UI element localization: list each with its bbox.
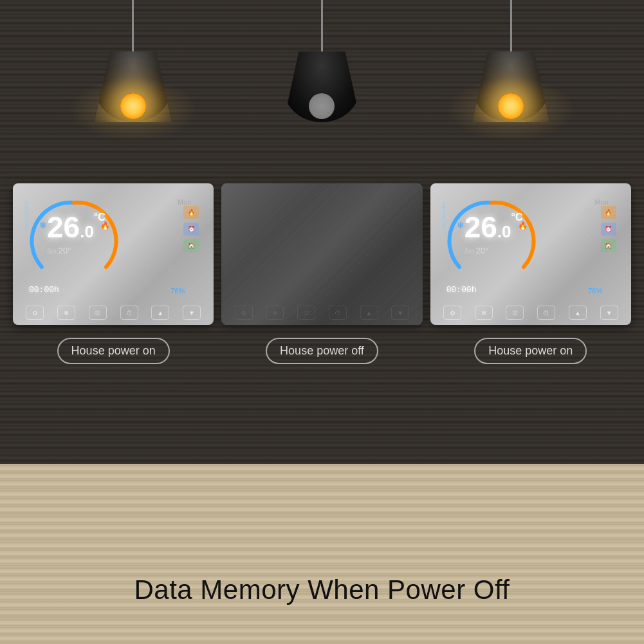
labels-row: House power on House power off House pow… xyxy=(13,338,631,364)
panel-icons-left: ⚙ ❄ ☰ ⏱ ▲ ▼ xyxy=(19,306,207,320)
power-label-center: House power off xyxy=(221,338,422,364)
panel-icon-5-left: ▲ xyxy=(151,306,169,320)
icon-clock-right: ⏰ xyxy=(601,223,616,235)
panel-icons-center: ⚙ ❄ ☰ ⏱ ▲ ▼ xyxy=(228,306,416,320)
main-scene: Mon ❄ 🔥 26.0°C xyxy=(0,0,644,644)
svg-text:❄: ❄ xyxy=(457,220,465,230)
lamp-shade-center xyxy=(283,51,360,122)
lamp-cord-left xyxy=(132,0,134,51)
temp-unit-right: °C xyxy=(511,212,523,223)
panel-icon-4-center: ⏱ xyxy=(329,306,347,320)
panel-icon-5-right: ▲ xyxy=(569,306,587,320)
time-right: 00:00h xyxy=(446,285,477,295)
lamp-left xyxy=(95,0,172,122)
panel-center-content: ⚙ ❄ ☰ ⏱ ▲ ▼ xyxy=(221,183,422,325)
thermo-display-right: Mon ❄ 🔥 26.0°C Set 20° xyxy=(440,193,621,296)
temp-main-left: 26 xyxy=(47,210,80,244)
panel-icon-4-right: ⏱ xyxy=(537,306,555,320)
power-label-right: House power on xyxy=(430,338,631,364)
panel-center: ⚙ ❄ ☰ ⏱ ▲ ▼ xyxy=(221,183,422,325)
panel-icon-3-left: ☰ xyxy=(89,306,107,320)
lamp-right xyxy=(472,0,549,122)
lamp-shade-left xyxy=(95,51,172,122)
icon-house-right: 🏠 xyxy=(601,239,616,252)
panel-icon-6-center: ▼ xyxy=(391,306,409,320)
footer-heading: Data Memory When Power Off xyxy=(0,575,644,605)
panel-icon-2-right: ❄ xyxy=(475,306,493,320)
icon-fire-right: 🔥 xyxy=(601,206,616,219)
time-left: 00:00h xyxy=(29,285,59,295)
lamps-container xyxy=(0,0,644,122)
icon-fire-left: 🔥 xyxy=(183,206,199,219)
panel-icon-1-left: ⚙ xyxy=(26,306,44,320)
icon-clock-left: ⏰ xyxy=(183,223,199,235)
power-label-pill-right: House power on xyxy=(474,338,587,364)
schedule-label-left: Using Schedule xyxy=(24,201,28,232)
thermo-day-right: Mon xyxy=(595,198,609,206)
thermo-day-left: Mon xyxy=(178,198,191,206)
temp-unit-left: °C xyxy=(94,212,106,223)
temp-decimal-left: .0 xyxy=(80,222,94,241)
lamp-bulb-right xyxy=(498,93,524,119)
panel-icon-2-left: ❄ xyxy=(57,306,75,320)
set-label-right: Set 20° xyxy=(465,246,488,255)
panel-icons-right: ⚙ ❄ ☰ ⏱ ▲ ▼ xyxy=(437,306,625,320)
temp-decimal-right: .0 xyxy=(497,222,511,241)
panel-left: Mon ❄ 🔥 26.0°C xyxy=(13,183,214,325)
schedule-label-right: Using Schedule xyxy=(441,201,445,232)
lamp-bulb-center xyxy=(309,93,335,119)
right-icons-left: 🔥 ⏰ 🏠 xyxy=(183,206,199,252)
svg-text:❄: ❄ xyxy=(39,220,47,230)
power-label-pill-center: House power off xyxy=(266,338,378,364)
panel-right: Mon ❄ 🔥 26.0°C Set 20° xyxy=(430,183,631,325)
lamp-bulb-left xyxy=(120,93,146,119)
temp-display-right: 26.0°C xyxy=(465,212,523,242)
panel-icon-4-left: ⏱ xyxy=(120,306,138,320)
panel-icon-6-right: ▼ xyxy=(600,306,618,320)
icon-house-left: 🏠 xyxy=(183,239,199,252)
panels-row: Mon ❄ 🔥 26.0°C xyxy=(13,183,631,325)
lamp-cord-center xyxy=(321,0,323,51)
panel-icon-2-center: ❄ xyxy=(266,306,284,320)
panel-icon-3-right: ☰ xyxy=(506,306,524,320)
power-label-left: House power on xyxy=(13,338,214,364)
humidity-left: 76% xyxy=(170,287,185,295)
thermo-display-left: Mon ❄ 🔥 26.0°C xyxy=(23,193,204,296)
floor xyxy=(0,464,644,644)
panel-icon-6-left: ▼ xyxy=(183,306,201,320)
lamp-cord-right xyxy=(510,0,512,51)
temp-display-left: 26.0°C xyxy=(47,212,106,242)
temp-main-right: 26 xyxy=(465,210,497,244)
panel-icon-1-right: ⚙ xyxy=(443,306,461,320)
humidity-right: 76% xyxy=(588,287,602,295)
right-icons-right: 🔥 ⏰ 🏠 xyxy=(601,206,616,252)
panel-icon-1-center: ⚙ xyxy=(235,306,253,320)
panel-icon-3-center: ☰ xyxy=(297,306,315,320)
set-label-left: Set 20° xyxy=(47,246,71,255)
power-label-pill-left: House power on xyxy=(57,338,170,364)
panel-icon-5-center: ▲ xyxy=(360,306,378,320)
lamp-center xyxy=(283,0,360,122)
lamp-shade-right xyxy=(472,51,549,122)
